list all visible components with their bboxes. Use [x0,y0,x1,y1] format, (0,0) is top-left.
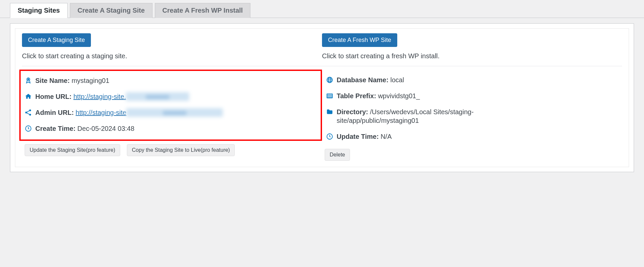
home-url-line: Home URL: http://staging-site.xxxxxxx [25,92,317,101]
helper-text-staging: Click to start creating a staging site. [22,52,315,60]
update-time-line: Update Time: N/A [326,132,618,141]
site-details-left: Site Name: mystaging01 Home [22,72,322,162]
globe-icon [326,76,333,84]
col-create-staging: Create A Staging Site Click to start cre… [22,33,322,60]
clock-icon [326,133,333,140]
badge-icon [25,77,32,84]
share-icon [25,109,32,116]
delete-button[interactable]: Delete [325,149,350,161]
update-time-label: Update Time: [337,133,379,140]
db-name-value: local [390,76,404,84]
panel-inner: Create A Staging Site Click to start cre… [15,28,629,167]
helper-text-fresh: Click to start creating a fresh WP insta… [322,52,615,60]
db-name-line: Database Name: local [326,76,618,84]
admin-url-label: Admin URL: [35,109,74,116]
folder-icon [326,108,333,116]
tab-create-staging[interactable]: Create A Staging Site [70,3,153,18]
highlighted-site-info: Site Name: mystaging01 Home [19,70,322,141]
home-icon [25,93,32,100]
update-staging-button[interactable]: Update the Staging Site(pro feature) [25,144,120,156]
admin-url-redacted: xxxxxxx [126,108,223,117]
directory-label: Directory: [337,108,368,116]
site-details-right: Database Name: local [322,72,622,162]
clock-icon [25,125,32,132]
panel-outer: Create A Staging Site Click to start cre… [10,23,634,172]
right-actions: Delete [322,145,622,162]
tab-staging-sites[interactable]: Staging Sites [10,3,68,18]
table-prefix-value: wpvividstg01_ [378,92,420,100]
col-create-fresh: Create A Fresh WP Site Click to start cr… [322,33,622,60]
staging-panel: Staging Sites Create A Staging Site Crea… [0,0,644,172]
create-staging-button[interactable]: Create A Staging Site [22,33,91,47]
create-time-line: Create Time: Dec-05-2024 03:48 [25,124,317,133]
site-name-value: mystaging01 [72,77,109,84]
site-name-line: Site Name: mystaging01 [25,76,317,85]
create-time-label: Create Time: [35,125,76,132]
create-time-value: Dec-05-2024 03:48 [77,125,134,132]
directory-line: Directory: /Users/wedevs/Local Sites/sta… [326,108,618,125]
home-url-link[interactable]: http://staging-site. [73,93,126,100]
admin-url-link[interactable]: http://staging-site [76,109,126,116]
create-fresh-button[interactable]: Create A Fresh WP Site [322,33,397,47]
copy-to-live-button[interactable]: Copy the Staging Site to Live(pro featur… [127,144,235,156]
site-name-label: Site Name: [35,77,70,84]
top-action-row: Create A Staging Site Click to start cre… [22,33,622,66]
admin-url-line: Admin URL: http://staging-sitexxxxxxx [25,108,317,117]
left-actions: Update the Staging Site(pro feature) Cop… [22,141,322,157]
site-details-row: Site Name: mystaging01 Home [22,66,622,162]
svg-point-2 [25,112,27,114]
svg-point-1 [28,79,29,80]
db-name-label: Database Name: [337,76,389,84]
table-prefix-label: Table Prefix: [337,92,376,100]
svg-point-4 [29,114,31,116]
home-url-label: Home URL: [35,93,72,100]
home-url-redacted: xxxxxxx [126,92,189,101]
update-time-value: N/A [381,133,392,140]
tab-create-fresh[interactable]: Create A Fresh WP Install [155,3,251,18]
tab-bar: Staging Sites Create A Staging Site Crea… [0,0,644,18]
list-icon [326,92,333,100]
table-prefix-line: Table Prefix: wpvividstg01_ [326,92,618,100]
svg-point-3 [29,110,31,112]
